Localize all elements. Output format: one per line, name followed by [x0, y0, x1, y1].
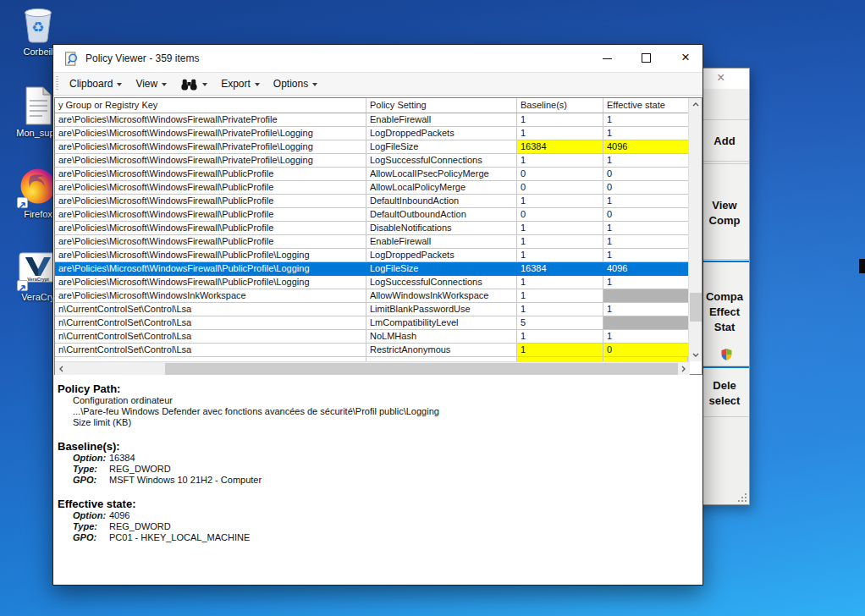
table-cell[interactable]: are\Policies\Microsoft\WindowsFirewall\P… — [55, 168, 366, 181]
table-cell[interactable]: LogSuccessfulConnections — [366, 154, 517, 168]
clipboard-menu[interactable]: Clipboard — [63, 74, 129, 93]
table-cell[interactable]: 1 — [517, 154, 603, 168]
table-row[interactable]: are\Policies\Microsoft\WindowsFirewall\P… — [55, 276, 702, 289]
table-cell[interactable]: LogFileSize — [366, 140, 517, 154]
table-cell[interactable]: 0 — [517, 208, 603, 222]
table-row[interactable]: n\CurrentControlSet\Control\LsaNoLMHash1… — [55, 330, 702, 344]
table-cell[interactable]: 1 — [603, 249, 688, 262]
table-cell[interactable]: LogSuccessfulConnections — [366, 276, 517, 289]
scroll-down-icon[interactable] — [689, 348, 702, 361]
table-cell[interactable] — [603, 289, 688, 303]
table-cell[interactable]: are\Policies\Microsoft\WindowsFirewall\P… — [55, 262, 366, 276]
table-cell[interactable]: 0 — [603, 208, 688, 222]
table-cell[interactable]: 1 — [603, 154, 688, 168]
scroll-up-icon[interactable] — [689, 98, 702, 112]
column-header-baseline[interactable]: Baseline(s) — [517, 98, 603, 113]
table-cell[interactable]: are\Policies\Microsoft\WindowsFirewall\P… — [55, 181, 366, 195]
table-row[interactable]: are\Policies\Microsoft\WindowsFirewall\P… — [55, 222, 702, 235]
column-header-key[interactable]: y Group or Registry Key — [55, 98, 366, 113]
table-cell[interactable]: 1 — [603, 127, 688, 140]
maximize-button[interactable] — [632, 47, 661, 70]
table-cell[interactable]: are\Policies\Microsoft\WindowsFirewall\P… — [55, 235, 366, 249]
table-cell[interactable]: are\Policies\Microsoft\WindowsFirewall\P… — [55, 127, 366, 140]
table-cell[interactable]: EnableFirewall — [366, 235, 517, 249]
table-cell[interactable]: 0 — [517, 181, 603, 195]
table-cell[interactable]: 5 — [517, 316, 603, 330]
table-cell[interactable]: 1 — [517, 303, 603, 316]
table-cell[interactable]: n\CurrentControlSet\Control\Lsa — [55, 330, 366, 344]
table-cell[interactable]: n\CurrentControlSet\Control\Lsa — [55, 344, 366, 357]
table-cell[interactable]: AllowWindowsInkWorkspace — [366, 289, 517, 303]
column-header-setting[interactable]: Policy Setting — [366, 98, 517, 113]
table-cell[interactable]: DisableNotifications — [366, 222, 517, 235]
table-cell[interactable]: 4096 — [603, 262, 688, 276]
options-menu[interactable]: Options — [267, 74, 324, 93]
table-cell[interactable]: are\Policies\Microsoft\WindowsFirewall\P… — [55, 222, 366, 235]
table-row[interactable]: are\Policies\Microsoft\WindowsFirewall\P… — [55, 113, 702, 127]
table-cell[interactable]: 1 — [517, 289, 603, 303]
table-cell[interactable]: AllowLocalPolicyMerge — [366, 181, 517, 195]
scroll-left-icon[interactable] — [55, 362, 69, 376]
table-cell[interactable]: 1 — [603, 235, 688, 249]
table-cell[interactable]: EnableFirewall — [366, 113, 517, 127]
table-row[interactable]: are\Policies\Microsoft\WindowsFirewall\P… — [55, 208, 702, 222]
table-row[interactable]: are\Policies\Microsoft\WindowsFirewall\P… — [55, 249, 702, 262]
table-row[interactable]: are\Policies\Microsoft\WindowsFirewall\P… — [55, 154, 702, 168]
table-cell[interactable]: 16384 — [517, 262, 603, 276]
table-row[interactable]: n\CurrentControlSet\Control\LsaLimitBlan… — [55, 303, 702, 316]
table-row[interactable]: n\CurrentControlSet\Control\LsaLmCompati… — [55, 316, 702, 330]
close-icon[interactable]: × — [717, 70, 725, 85]
table-cell[interactable]: 16384 — [517, 140, 603, 154]
table-cell[interactable] — [603, 316, 688, 330]
table-cell[interactable]: are\Policies\Microsoft\WindowsFirewall\P… — [55, 208, 366, 222]
table-cell[interactable]: LogFileSize — [366, 262, 517, 276]
table-row[interactable]: are\Policies\Microsoft\WindowsFirewall\P… — [55, 181, 702, 195]
table-row[interactable]: are\Policies\Microsoft\WindowsFirewall\P… — [55, 195, 702, 208]
table-cell[interactable]: LogDroppedPackets — [366, 127, 517, 140]
table-cell[interactable]: 1 — [517, 127, 603, 140]
table-cell[interactable]: 1 — [603, 330, 688, 344]
table-cell[interactable]: AllowLocalIPsecPolicyMerge — [366, 168, 517, 181]
table-cell[interactable]: 1 — [603, 276, 688, 289]
vertical-scroll-thumb[interactable] — [690, 293, 702, 322]
table-cell[interactable]: are\Policies\Microsoft\WindowsFirewall\P… — [55, 113, 366, 127]
table-cell[interactable]: n\CurrentControlSet\Control\Lsa — [55, 303, 366, 316]
table-cell[interactable]: 1 — [517, 330, 603, 344]
table-row[interactable]: n\CurrentControlSet\Control\LsaRestrictA… — [55, 344, 702, 357]
table-cell[interactable]: 0 — [603, 181, 688, 195]
table-cell[interactable]: RestrictAnonymous — [366, 344, 517, 357]
table-row[interactable]: are\Policies\Microsoft\WindowsFirewall\P… — [55, 127, 702, 140]
column-header-effective[interactable]: Effective state — [603, 98, 688, 113]
table-cell[interactable]: are\Policies\Microsoft\WindowsFirewall\P… — [55, 195, 366, 208]
table-cell[interactable]: NoLMHash — [366, 330, 517, 344]
table-cell[interactable]: are\Policies\Microsoft\WindowsFirewall\P… — [55, 249, 366, 262]
search-menu[interactable] — [174, 74, 214, 94]
table-row[interactable]: are\Policies\Microsoft\WindowsFirewall\P… — [55, 140, 702, 154]
table-cell[interactable]: are\Policies\Microsoft\WindowsFirewall\P… — [55, 276, 366, 289]
table-cell[interactable]: 1 — [517, 113, 603, 127]
table-cell[interactable]: 1 — [517, 276, 603, 289]
table-cell[interactable]: 1 — [603, 303, 688, 316]
close-button[interactable]: × — [671, 47, 700, 70]
titlebar[interactable]: Policy Viewer - 359 items × — [53, 45, 702, 72]
table-cell[interactable]: 1 — [517, 344, 603, 357]
table-row[interactable]: are\Policies\Microsoft\WindowsInkWorkspa… — [55, 289, 702, 303]
table-cell[interactable]: 1 — [603, 222, 688, 235]
view-menu[interactable]: View — [129, 74, 174, 93]
table-cell[interactable]: are\Policies\Microsoft\WindowsInkWorkspa… — [55, 289, 366, 303]
table-row[interactable]: are\Policies\Microsoft\WindowsFirewall\P… — [55, 168, 702, 181]
table-row[interactable]: are\Policies\Microsoft\WindowsFirewall\P… — [55, 262, 702, 276]
export-menu[interactable]: Export — [214, 74, 267, 93]
table-row[interactable]: are\Policies\Microsoft\WindowsFirewall\P… — [55, 235, 702, 249]
minimize-button[interactable] — [593, 47, 622, 70]
table-cell[interactable]: LimitBlankPasswordUse — [366, 303, 517, 316]
toolbar-grip[interactable] — [56, 76, 58, 91]
table-cell[interactable]: LmCompatibilityLevel — [366, 316, 517, 330]
resize-grip[interactable] — [738, 493, 747, 502]
table-cell[interactable]: 0 — [517, 168, 603, 181]
horizontal-scrollbar[interactable] — [55, 361, 690, 375]
table-cell[interactable]: 1 — [517, 222, 603, 235]
scroll-right-icon[interactable] — [676, 362, 690, 376]
table-cell[interactable]: DefaultOutboundAction — [366, 208, 517, 222]
table-cell[interactable]: 1 — [517, 235, 603, 249]
